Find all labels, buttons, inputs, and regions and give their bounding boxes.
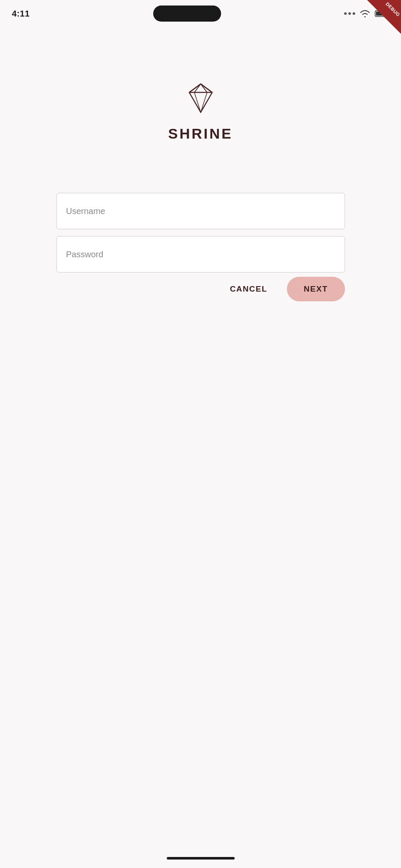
password-input[interactable]: [56, 236, 345, 273]
main-content: SHRINE CANCEL NEXT: [0, 25, 401, 301]
login-form: [56, 193, 345, 273]
diamond-icon: [182, 81, 220, 117]
status-time: 4:11: [12, 9, 30, 19]
app-title: SHRINE: [168, 125, 233, 142]
next-button[interactable]: NEXT: [287, 277, 345, 301]
username-input[interactable]: [56, 193, 345, 229]
logo-area: SHRINE: [168, 81, 233, 142]
status-bar: 4:11: [0, 0, 401, 25]
home-indicator: [167, 857, 235, 860]
svg-rect-1: [376, 11, 385, 16]
wifi-icon: [359, 9, 370, 18]
buttons-row: CANCEL NEXT: [56, 277, 345, 301]
status-icons: [344, 9, 389, 18]
cancel-button[interactable]: CANCEL: [223, 280, 274, 298]
battery-icon: [375, 10, 389, 17]
svg-marker-2: [189, 84, 212, 112]
signal-dots-icon: [344, 12, 355, 15]
notch: [153, 6, 221, 22]
